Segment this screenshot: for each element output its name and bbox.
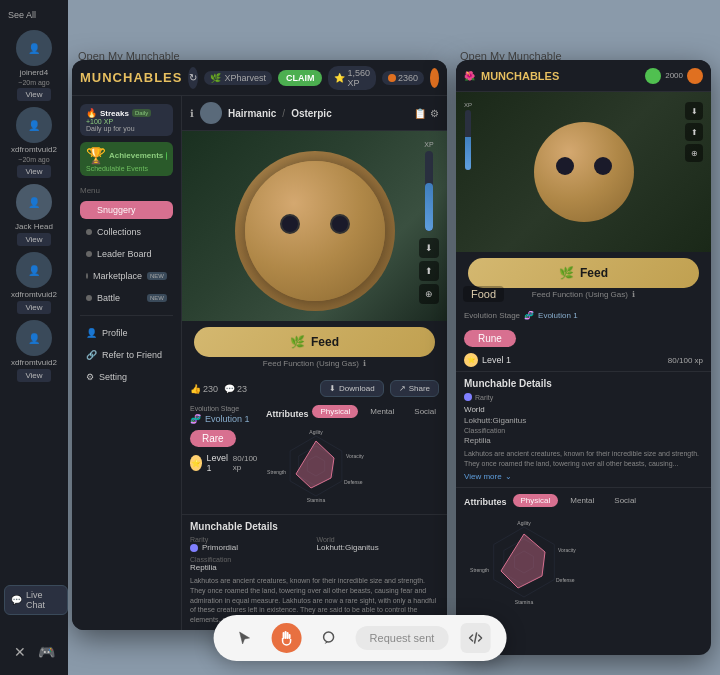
menu-label: Menu (80, 184, 173, 197)
evo-stage-value: Evolution 1 (205, 414, 250, 424)
nav-snuggery[interactable]: Snuggery (80, 201, 173, 219)
feed-function-text: Feed Function (Using Gas) (263, 359, 359, 368)
char-name: Hairmanic (228, 108, 276, 119)
username-1: joinerd4 (20, 68, 48, 77)
nav-profile[interactable]: 👤 Profile (80, 324, 173, 342)
profile-dot[interactable] (430, 68, 439, 88)
hero-area: XP ⬇ ⬆ ⊕ (182, 131, 447, 321)
view-btn-4[interactable]: View (17, 301, 50, 314)
char-icon-1[interactable]: 📋 (414, 108, 426, 119)
like-btn[interactable]: 👍 230 (190, 384, 218, 394)
code-icon[interactable] (460, 623, 490, 653)
right-feed-section: 🌿 Feed Feed Function (Using Gas) ℹ (456, 252, 711, 307)
nav-dot-marketplace (86, 273, 88, 279)
comment-count: 23 (237, 384, 247, 394)
right-attr-tab-social[interactable]: Social (606, 494, 644, 507)
action-btn-2[interactable]: ⬆ (419, 261, 439, 281)
feed-button[interactable]: 🌿 Feed (194, 327, 435, 357)
share-label: Share (409, 384, 430, 393)
view-btn-3[interactable]: View (17, 233, 50, 246)
comment-bubble-icon[interactable] (314, 623, 344, 653)
cursor-icon[interactable] (230, 623, 260, 653)
right-action-2[interactable]: ⬆ (685, 123, 703, 141)
world-value: Lokhutt:Giganitus (317, 543, 440, 552)
feed-function-label: Feed Function (Using Gas) ℹ (194, 357, 435, 370)
xp-bar-fill (425, 183, 433, 231)
nav-refer[interactable]: 🔗 Refer to Friend (80, 346, 173, 364)
right-action-3[interactable]: ⊕ (685, 144, 703, 162)
achievements-box[interactable]: 🏆 Achievements Schedulable Events (80, 142, 173, 176)
attr-tab-social[interactable]: Social (406, 405, 444, 418)
avatar-1[interactable]: 👤 (16, 30, 52, 66)
close-icon[interactable]: ✕ (14, 644, 26, 660)
left-logo: MUNCHABLES (80, 70, 182, 85)
like-icon: 👍 (190, 384, 201, 394)
left-main-area: ℹ Hairmanic / Osterpic 📋 ⚙ (182, 96, 447, 630)
hand-icon[interactable] (272, 623, 302, 653)
claim-button[interactable]: CLAIM (278, 70, 323, 86)
char-separator: / (282, 108, 285, 119)
right-feed-button[interactable]: 🌿 Feed (468, 258, 699, 288)
right-attr-tab-physical[interactable]: Physical (513, 494, 559, 507)
live-chat-label: Live Chat (26, 590, 61, 610)
nav-battle[interactable]: Battle NEW (80, 289, 173, 307)
char-icon-2[interactable]: ⚙ (430, 108, 439, 119)
nav-marketplace[interactable]: Marketplace NEW (80, 267, 173, 285)
evo-icon: 🧬 (190, 414, 201, 424)
download-button[interactable]: ⬇ Download (320, 380, 384, 397)
streak-icon: 🔥 (86, 108, 97, 118)
action-btn-3[interactable]: ⊕ (419, 284, 439, 304)
live-chat-button[interactable]: 💬 Live Chat (4, 585, 68, 615)
right-topbar: 🌺 MUNCHABLES 2000 (456, 60, 711, 92)
right-level-label: Level 1 (482, 355, 511, 365)
right-level-row: ⭐ Level 1 80/100 xp (464, 353, 703, 367)
right-creature-body (534, 122, 634, 222)
creature-body (245, 161, 385, 301)
rarity-indicator (190, 544, 198, 552)
attr-tab-physical[interactable]: Physical (312, 405, 358, 418)
right-details-title: Munchable Details (464, 378, 703, 389)
info-icon: ℹ (363, 359, 366, 368)
refresh-icon[interactable]: ↻ (188, 67, 198, 89)
attr-header: Attributes Physical Mental Social (266, 405, 444, 422)
right-attributes-section: Attributes Physical Mental Social Agilit… (456, 487, 711, 617)
share-button[interactable]: ↗ Share (390, 380, 439, 397)
right-feed-function: Feed Function (Using Gas) ℹ (468, 288, 699, 301)
view-btn-5[interactable]: View (17, 369, 50, 382)
right-scroll-area[interactable]: XP ⬇ ⬆ ⊕ 🌿 Feed Feed Function (U (456, 92, 711, 617)
share-icon: ↗ (399, 384, 406, 393)
right-action-1[interactable]: ⬇ (685, 102, 703, 120)
left-scroll-area[interactable]: ℹ Hairmanic / Osterpic 📋 ⚙ (182, 96, 447, 630)
avatar-5[interactable]: 👤 (16, 320, 52, 356)
sidebar-user-4: 👤 xdfromtvuid2 View (11, 252, 57, 314)
view-btn-1[interactable]: View (17, 88, 50, 101)
right-view-more[interactable]: View more ⌄ (464, 472, 703, 481)
right-leaf-icon: 🌿 (559, 266, 574, 280)
pet-name: Osterpic (291, 108, 332, 119)
right-profile-dot[interactable] (687, 68, 703, 84)
attr-tab-mental[interactable]: Mental (362, 405, 402, 418)
request-sent-button[interactable]: Request sent (356, 626, 449, 650)
nav-label-setting: Setting (99, 372, 127, 382)
achievements-label: Achievements (109, 151, 163, 160)
avatar-4[interactable]: 👤 (16, 252, 52, 288)
comment-btn[interactable]: 💬 23 (224, 384, 247, 394)
right-world-value: Lokhutt:Giganitus (464, 416, 703, 425)
refer-icon: 🔗 (86, 350, 97, 360)
gamepad-icon[interactable]: 🎮 (38, 644, 55, 660)
right-rarity-dot (464, 393, 472, 401)
nav-label-collections: Collections (97, 227, 141, 237)
details-section: Munchable Details Rarity Primordial Worl… (182, 514, 447, 630)
sidebar-see-all[interactable]: See All (0, 10, 68, 20)
avatar-2[interactable]: 👤 (16, 107, 52, 143)
action-btn-1[interactable]: ⬇ (419, 238, 439, 258)
avatar-3[interactable]: 👤 (16, 184, 52, 220)
view-btn-2[interactable]: View (17, 165, 50, 178)
nav-collections[interactable]: Collections (80, 223, 173, 241)
nav-setting[interactable]: ⚙ Setting (80, 368, 173, 386)
creature-display (235, 151, 395, 311)
evo-stage-row: 🧬 Evolution 1 (190, 414, 260, 424)
right-attr-tab-mental[interactable]: Mental (562, 494, 602, 507)
nav-leaderboard[interactable]: Leader Board (80, 245, 173, 263)
rarity-badge: Rare (190, 430, 236, 447)
